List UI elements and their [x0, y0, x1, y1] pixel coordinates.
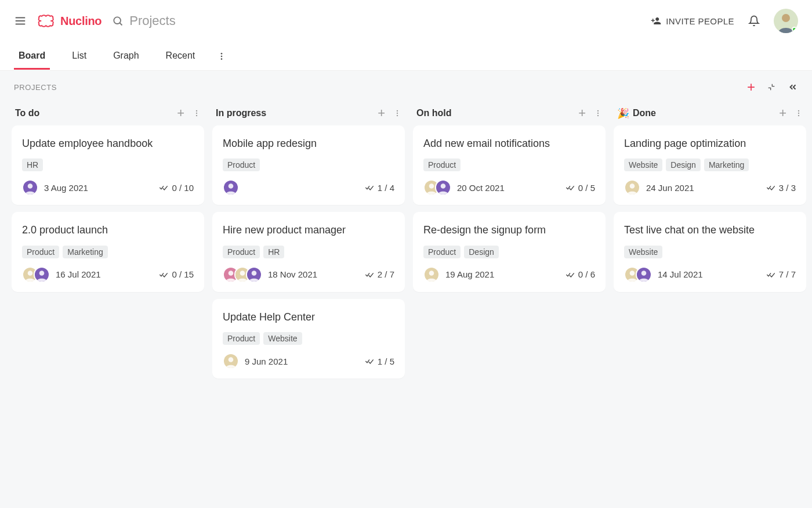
collapse-panel-icon[interactable] [788, 82, 798, 92]
tag[interactable]: Website [624, 246, 662, 258]
brand-logo[interactable]: Nuclino [37, 14, 102, 28]
board-columns: To do+Update employee handbookHR3 Aug 20… [0, 99, 812, 391]
checklist-icon [566, 183, 575, 192]
avatar[interactable] [223, 179, 239, 196]
column-add-button[interactable]: + [779, 107, 786, 120]
column-add-button[interactable]: + [578, 107, 586, 120]
card-date: 19 Aug 2021 [445, 269, 494, 279]
tag[interactable]: Product [223, 246, 260, 258]
tabs-more-icon[interactable] [217, 52, 226, 61]
card-footer: 20 Oct 20210 / 5 [423, 179, 595, 196]
svg-point-48 [641, 271, 647, 276]
tab-board[interactable]: Board [14, 42, 50, 70]
column-actions: + [177, 107, 201, 120]
column-title[interactable]: 🎉Done [617, 107, 656, 120]
tab-graph[interactable]: Graph [108, 42, 143, 70]
card-footer: 16 Jul 20210 / 15 [22, 266, 194, 283]
avatar[interactable] [22, 179, 38, 196]
avatar[interactable] [423, 266, 440, 283]
svg-point-37 [441, 184, 446, 189]
board-card[interactable]: Hire new product managerProductHR18 Nov … [212, 212, 405, 291]
collapse-icon[interactable] [767, 82, 776, 92]
current-user-avatar[interactable] [774, 9, 798, 33]
card-meta-left: 20 Oct 2021 [423, 179, 505, 196]
board-card[interactable]: 2.0 product launchProductMarketing16 Jul… [12, 212, 204, 291]
board-card[interactable]: Update Help CenterProductWebsite9 Jun 20… [212, 299, 405, 379]
card-avatars [624, 266, 652, 283]
card-tags: ProductMarketing [22, 246, 194, 258]
card-meta-left: 24 Jun 2021 [624, 179, 694, 196]
tag[interactable]: Marketing [63, 246, 107, 258]
invite-people-button[interactable]: INVITE PEOPLE [651, 16, 734, 26]
card-title: Update Help Center [223, 311, 394, 324]
column-emoji-icon: 🎉 [617, 107, 629, 120]
board-actions: + [747, 80, 798, 94]
checklist-icon [159, 183, 168, 192]
svg-point-28 [252, 271, 257, 276]
board-card[interactable]: Landing page optimizationWebsiteDesignMa… [614, 125, 806, 205]
notifications-icon[interactable] [748, 15, 760, 27]
tab-list[interactable]: List [67, 42, 91, 70]
column-more-icon[interactable] [795, 109, 803, 117]
board-card[interactable]: Add new email notificationsProduct20 Oct… [413, 125, 606, 205]
tag[interactable]: HR [22, 158, 43, 171]
column-title[interactable]: To do [15, 108, 39, 118]
add-item-button[interactable]: + [747, 80, 755, 94]
board-card[interactable]: Re-design the signup formProductDesign19… [413, 212, 606, 291]
card-title: Test live chat on the website [624, 224, 796, 237]
search-input[interactable] [129, 13, 303, 28]
card-tags: WebsiteDesignMarketing [624, 158, 796, 171]
checklist-icon [365, 356, 374, 366]
board-header: PROJECTS + [0, 71, 812, 99]
column-title[interactable]: On hold [416, 108, 451, 118]
checklist-icon [365, 183, 374, 192]
tag[interactable]: Product [223, 332, 260, 345]
column-add-button[interactable]: + [378, 107, 385, 120]
hamburger-menu-icon[interactable] [14, 15, 27, 27]
tag[interactable]: Marketing [704, 158, 749, 171]
checklist-icon [365, 270, 374, 279]
avatar[interactable] [435, 179, 451, 196]
card-date: 20 Oct 2021 [457, 183, 505, 193]
svg-point-20 [397, 115, 398, 116]
tag[interactable]: Product [423, 246, 461, 258]
board-card[interactable]: Test live chat on the websiteWebsite14 J… [614, 212, 806, 291]
tag[interactable]: Design [464, 246, 499, 258]
card-tags: Product [223, 158, 394, 171]
card-meta-left: 3 Aug 2021 [22, 179, 88, 196]
card-progress: 0 / 15 [159, 269, 194, 279]
tag[interactable]: Website [263, 332, 302, 345]
tag[interactable]: Product [223, 158, 260, 171]
avatar[interactable] [223, 353, 239, 369]
board-column: To do+Update employee handbookHR3 Aug 20… [12, 105, 204, 299]
column-title[interactable]: In progress [216, 108, 266, 118]
tab-recent[interactable]: Recent [161, 42, 200, 70]
svg-point-26 [240, 271, 245, 276]
board-card[interactable]: Mobile app redesignProduct1 / 4 [212, 125, 405, 205]
avatar[interactable] [636, 266, 652, 283]
column-more-icon[interactable] [594, 109, 602, 117]
board-card[interactable]: Update employee handbookHR3 Aug 20210 / … [12, 125, 204, 205]
column-add-button[interactable]: + [177, 107, 184, 120]
card-progress: 0 / 6 [566, 269, 595, 279]
card-footer: 1 / 4 [223, 179, 394, 196]
avatar[interactable] [246, 266, 262, 283]
board-area: PROJECTS + To do+Update employee handboo… [0, 71, 812, 508]
card-title: Landing page optimization [624, 137, 796, 150]
tag[interactable]: Website [624, 158, 662, 171]
card-title: Mobile app redesign [223, 137, 394, 150]
avatar[interactable] [624, 179, 640, 196]
tag[interactable]: HR [263, 246, 284, 258]
svg-point-13 [28, 184, 33, 189]
column-more-icon[interactable] [193, 109, 201, 117]
card-footer: 19 Aug 20210 / 6 [423, 266, 595, 283]
avatar[interactable] [34, 266, 50, 283]
column-more-icon[interactable] [393, 109, 401, 117]
search-icon[interactable] [112, 15, 124, 27]
card-avatars [223, 266, 262, 283]
progress-text: 0 / 10 [172, 183, 194, 193]
column-header: To do+ [12, 105, 204, 125]
tag[interactable]: Design [666, 158, 701, 171]
tag[interactable]: Product [22, 246, 59, 258]
tag[interactable]: Product [423, 158, 461, 171]
